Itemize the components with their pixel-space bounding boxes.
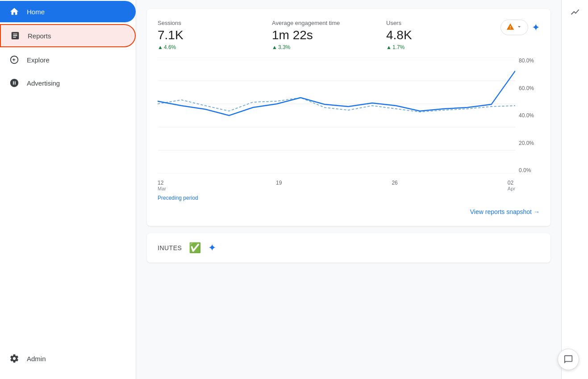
metrics-row: Sessions 7.1K ▲ 4.6% Average engagement … [158,20,540,50]
view-reports-snapshot-text: View reports snapshot [470,208,532,215]
check-circle-icon: ✅ [189,242,201,254]
admin-icon [9,353,20,364]
bottom-card-partial: INUTES ✅ ✦ [147,233,550,263]
warning-icon [506,23,514,32]
engagement-label: Average engagement time [272,20,386,26]
engagement-arrow-icon: ▲ [272,44,277,50]
sidebar-item-home-label: Home [27,8,45,16]
sidebar-item-admin[interactable]: Admin [0,348,132,369]
sessions-arrow-icon: ▲ [158,44,163,50]
metrics-actions: ✦ [500,20,540,35]
chart-y-labels: 80.0% 60.0% 40.0% 20.0% 0.0% [515,58,540,173]
reports-icon [10,30,21,41]
x-label-26: 26 [392,180,397,191]
sidebar-item-advertising-label: Advertising [27,79,60,87]
sidebar-item-home[interactable]: Home [0,1,136,22]
sidebar: Home Reports Explore Advertising [0,0,136,379]
main-content: Sessions 7.1K ▲ 4.6% Average engagement … [136,0,561,379]
bottom-card-text: INUTES [158,244,182,251]
y-label-80: 80.0% [519,58,536,64]
sessions-value: 7.1K [158,28,272,42]
chart-svg-area [158,58,515,173]
y-label-20: 20.0% [519,140,536,146]
warning-button[interactable] [500,20,528,35]
chart-svg [158,58,515,173]
sidebar-item-explore-label: Explore [27,56,50,64]
chat-button[interactable] [558,349,579,370]
sidebar-item-admin-label: Admin [27,355,46,363]
metric-sessions: Sessions 7.1K ▲ 4.6% [158,20,272,50]
users-arrow-icon: ▲ [386,44,392,50]
engagement-change: ▲ 3.3% [272,44,386,50]
preceding-period-line [158,98,515,112]
ai-stars-icon[interactable]: ✦ [532,22,540,33]
view-reports-snapshot-link[interactable]: View reports snapshot → [470,208,540,215]
home-icon [9,6,20,17]
sidebar-item-advertising[interactable]: Advertising [0,72,132,94]
sidebar-item-reports[interactable]: Reports [0,24,136,47]
y-label-60: 60.0% [519,85,536,91]
dropdown-chevron-icon [516,24,522,31]
sessions-change: ▲ 4.6% [158,44,272,50]
sessions-label: Sessions [158,20,272,26]
metrics-card: Sessions 7.1K ▲ 4.6% Average engagement … [147,9,550,226]
sidebar-bottom: Admin [0,347,136,379]
chat-icon [563,354,573,364]
users-label: Users [386,20,500,26]
users-change: ▲ 1.7% [386,44,500,50]
chart-x-labels: 12 Mar 19 26 02 Apr [158,177,540,191]
x-label-19: 19 [276,180,282,191]
x-label-12: 12 Mar [158,180,166,191]
x-label-02: 02 Apr [508,180,515,191]
right-panel [561,0,588,379]
metric-engagement: Average engagement time 1m 22s ▲ 3.3% [272,20,386,50]
trend-icon[interactable] [570,7,580,19]
bottom-ai-stars-icon[interactable]: ✦ [208,242,216,254]
engagement-value: 1m 22s [272,28,386,42]
metric-users: Users 4.8K ▲ 1.7% [386,20,500,50]
y-label-40: 40.0% [519,112,536,119]
chart-container: 80.0% 60.0% 40.0% 20.0% 0.0% [158,58,540,173]
sidebar-item-explore[interactable]: Explore [0,49,132,70]
preceding-period-label: Preceding period [158,195,540,201]
users-value: 4.8K [386,28,500,42]
view-reports-arrow-icon: → [534,208,540,215]
explore-icon [9,54,20,65]
advertising-icon [9,78,20,88]
sidebar-item-reports-label: Reports [28,32,51,40]
view-reports-link: View reports snapshot → [158,208,540,215]
y-label-0: 0.0% [519,167,536,173]
